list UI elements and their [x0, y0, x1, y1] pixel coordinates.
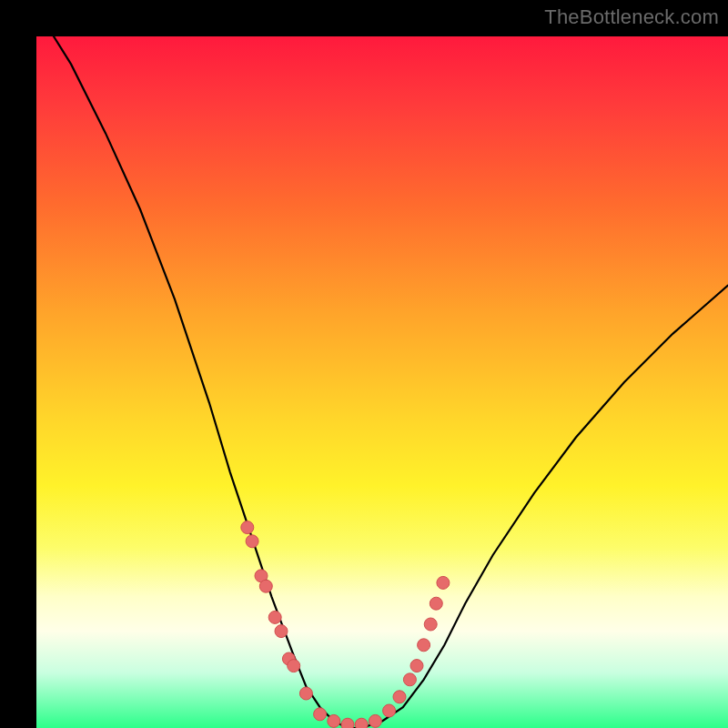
chart-frame: TheBottleneck.com: [0, 0, 728, 728]
sample-dot: [393, 691, 406, 703]
sample-dot: [288, 660, 300, 672]
sample-dot: [383, 704, 396, 717]
sample-dot: [410, 660, 423, 672]
sample-dot: [437, 576, 450, 589]
sample-dot: [299, 687, 312, 700]
bottleneck-curve-svg: [36, 36, 728, 728]
sample-dot: [275, 625, 288, 638]
sample-dot: [255, 570, 268, 582]
sample-dot: [241, 521, 254, 534]
sample-dot: [328, 714, 340, 727]
sample-dot: [268, 611, 281, 623]
sample-dot: [341, 718, 354, 728]
sample-dot: [282, 652, 295, 665]
sample-dot: [355, 718, 368, 728]
sample-dot: [403, 673, 416, 686]
watermark-text: TheBottleneck.com: [544, 5, 719, 29]
sample-dot: [418, 639, 430, 652]
sample-dot: [259, 580, 272, 592]
sample-dot: [246, 535, 258, 548]
sample-dot: [424, 618, 437, 631]
sample-dot: [314, 708, 327, 721]
plot-area: [36, 36, 728, 728]
sample-dot: [369, 714, 381, 727]
bottleneck-curve: [36, 36, 728, 728]
sample-dots: [241, 521, 450, 728]
sample-dot: [430, 597, 442, 610]
